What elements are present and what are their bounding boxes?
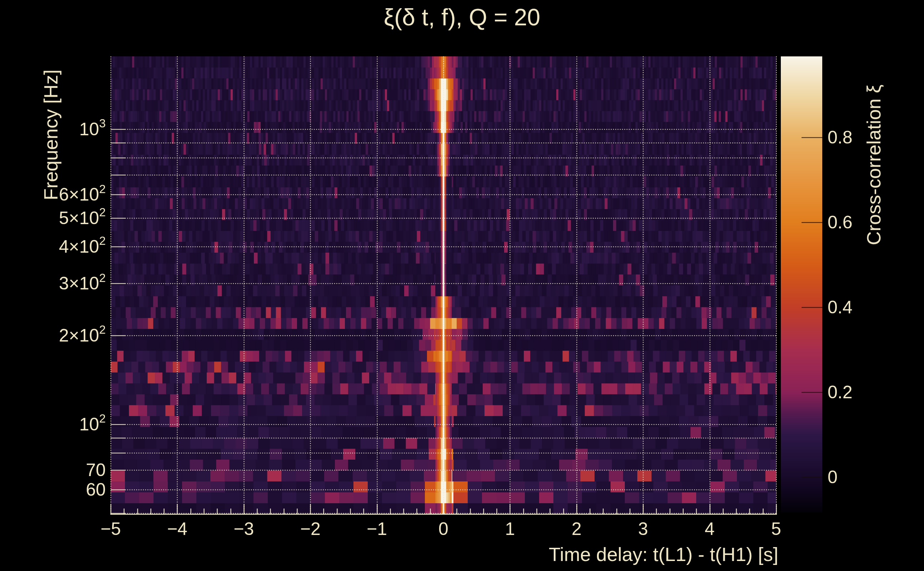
y-tick-label: 2×102: [59, 326, 106, 346]
chart-title: ξ(δ t, f), Q = 20: [384, 3, 541, 31]
x-tick-label: 4: [705, 519, 715, 539]
y-axis-title: Frequency [Hz]: [40, 69, 62, 200]
y-tick-label: 102: [79, 414, 106, 434]
y-tick-label: 103: [79, 119, 106, 139]
colorbar-tick-label: 0.6: [828, 212, 853, 232]
y-tick-label: 4×102: [59, 237, 106, 256]
x-tick-label: 5: [771, 519, 781, 539]
y-tick-label: 70: [86, 460, 106, 480]
x-tick-label: 1: [505, 519, 515, 539]
figure: ξ(δ t, f), Q = 20 Frequency [Hz] Time de…: [0, 0, 924, 571]
y-tick-label: 6×102: [59, 185, 106, 204]
x-axis-title: Time delay: t(L1) - t(H1) [s]: [549, 543, 778, 565]
y-tick-label: 5×102: [59, 208, 106, 228]
colorbar-tick-label: 0: [828, 467, 837, 487]
colorbar-tick-label: 0.8: [828, 127, 853, 147]
x-tick-label: −5: [100, 519, 121, 539]
colorbar-tick-label: 0.4: [828, 297, 853, 317]
y-tick-label: 3×102: [59, 273, 106, 293]
x-tick-label: −1: [367, 519, 387, 539]
correlation-heatmap-canvas: [0, 0, 924, 571]
x-tick-label: −4: [167, 519, 187, 539]
x-tick-label: 2: [572, 519, 582, 539]
x-tick-label: −2: [300, 519, 321, 539]
x-tick-label: 3: [638, 519, 648, 539]
y-tick-label: 60: [86, 480, 106, 500]
x-tick-label: 0: [439, 519, 448, 539]
x-tick-label: −3: [233, 519, 254, 539]
colorbar-title: Cross-correlation ξ: [862, 85, 885, 245]
colorbar-tick-label: 0.2: [828, 382, 853, 402]
